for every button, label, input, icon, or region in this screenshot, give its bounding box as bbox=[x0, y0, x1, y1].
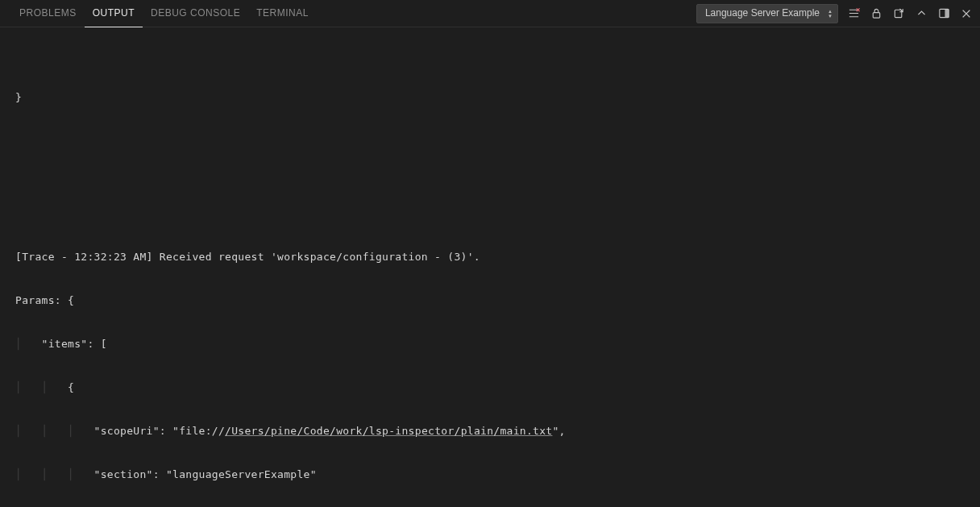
select-arrows-icon: ▲▼ bbox=[828, 9, 833, 18]
lock-scroll-icon[interactable] bbox=[869, 6, 883, 21]
output-line: │ │ │ "section": "languageServerExample" bbox=[15, 468, 980, 482]
file-path-link[interactable]: /Users/pine/Code/work/lsp-inspector/plai… bbox=[225, 425, 552, 437]
clear-output-icon[interactable] bbox=[846, 6, 861, 21]
svg-rect-1 bbox=[895, 10, 901, 17]
output-line: } bbox=[15, 90, 980, 105]
panel-header: PROBLEMS OUTPUT DEBUG CONSOLE TERMINAL L… bbox=[0, 0, 980, 27]
output-line: │ "items": [ bbox=[15, 337, 980, 351]
output-channel-select-label: Language Server Example bbox=[705, 7, 820, 19]
output-trace-header: [Trace - 12:32:23 AM] Received request '… bbox=[15, 250, 980, 264]
panel-collapse-icon[interactable] bbox=[914, 6, 928, 21]
tab-terminal[interactable]: TERMINAL bbox=[248, 0, 317, 27]
output-blank bbox=[15, 134, 980, 148]
open-log-icon[interactable] bbox=[891, 6, 906, 21]
tab-debug-console[interactable]: DEBUG CONSOLE bbox=[143, 0, 248, 27]
output-channel-select[interactable]: Language Server Example ▲▼ bbox=[696, 4, 838, 23]
svg-rect-3 bbox=[945, 9, 949, 17]
output-line: │ │ { bbox=[15, 380, 980, 395]
output-line: Params: { bbox=[15, 293, 980, 308]
output-blank bbox=[15, 177, 980, 192]
svg-rect-0 bbox=[873, 13, 879, 19]
output-line: │ │ │ "scopeUri": "file:///Users/pine/Co… bbox=[15, 424, 980, 438]
tab-problems[interactable]: PROBLEMS bbox=[11, 0, 85, 27]
output-panel-body[interactable]: } [Trace - 12:32:23 AM] Received request… bbox=[0, 27, 980, 507]
tab-output[interactable]: OUTPUT bbox=[85, 0, 143, 27]
panel-close-icon[interactable] bbox=[959, 6, 974, 21]
panel-header-actions: Language Server Example ▲▼ bbox=[696, 0, 974, 27]
panel-layout-icon[interactable] bbox=[936, 6, 951, 21]
